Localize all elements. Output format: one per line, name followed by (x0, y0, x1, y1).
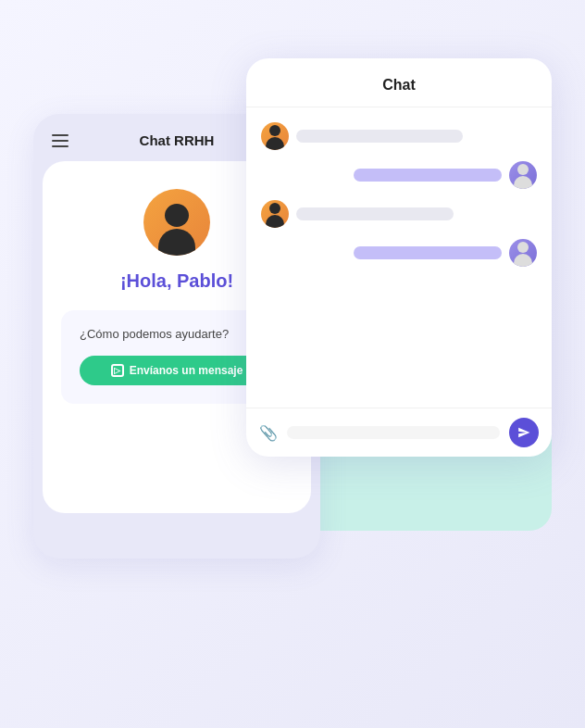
chat-messages (246, 107, 552, 408)
hamburger-menu-icon[interactable] (52, 134, 68, 147)
avatar-head (165, 204, 189, 227)
send-icon (517, 426, 530, 439)
sender-avatar-3 (261, 200, 289, 228)
send-arrow-icon: ▷ (111, 364, 124, 377)
chat-title: Chat (382, 77, 416, 93)
message-input[interactable] (287, 426, 500, 439)
sender-avatar-1 (261, 122, 289, 150)
message-row-2 (261, 161, 537, 189)
avatar (143, 189, 210, 256)
message-bubble-2 (354, 169, 502, 182)
sender-avatar-4 (509, 239, 537, 267)
greeting-text: ¡Hola, Pablo! (120, 270, 233, 292)
phone-title: Chat RRHH (140, 132, 215, 148)
chat-header: Chat (246, 58, 552, 107)
question-text: ¿Cómo podemos ayudarte? (80, 327, 274, 341)
chat-panel: Chat (246, 58, 552, 457)
message-row-3 (261, 200, 537, 228)
scene: Chat RRHH ¡Hola, Pablo! ¿Cómo podemos ay… (33, 58, 552, 670)
message-row-1 (261, 122, 537, 150)
sender-avatar-2 (509, 161, 537, 189)
message-bubble-4 (354, 246, 502, 259)
message-row-4 (261, 239, 537, 267)
send-chat-button[interactable] (509, 418, 539, 447)
message-bubble-1 (296, 130, 463, 143)
avatar-body-shape (158, 229, 195, 256)
message-bubble-3 (296, 207, 454, 220)
chat-input-row: 📎 (246, 408, 552, 457)
avatar-person (154, 204, 200, 256)
send-message-button[interactable]: ▷ Envíanos un mensaje (80, 356, 274, 385)
send-button-label: Envíanos un mensaje (130, 364, 243, 377)
paperclip-icon[interactable]: 📎 (259, 424, 278, 442)
